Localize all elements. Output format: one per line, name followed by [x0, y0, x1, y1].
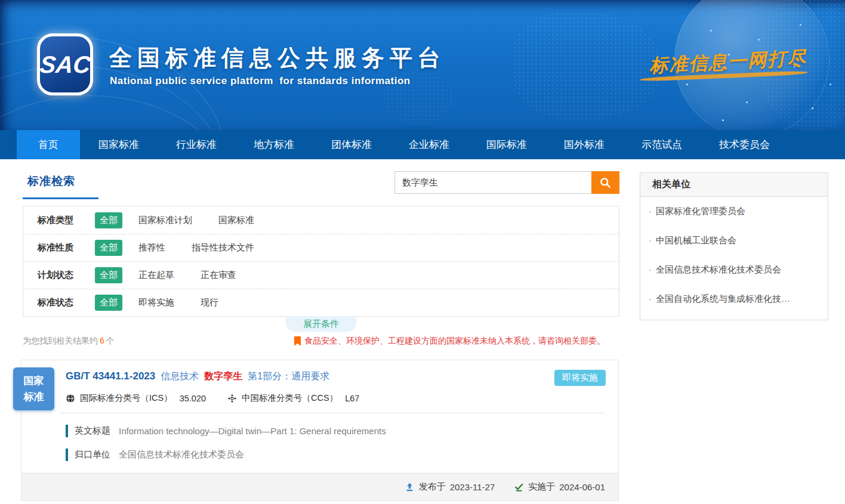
- result-count-prefix: 为您找到相关结果约: [23, 336, 98, 345]
- nav-tab-international-standards[interactable]: 国际标准: [468, 130, 545, 159]
- filter-row-plan-status: 计划状态 全部 正在起草 正在审查: [23, 261, 619, 289]
- notice-text: 食品安全、环境保护、工程建设方面的国家标准未纳入本系统，请咨询相关部委。: [304, 336, 605, 347]
- filter-all-badge[interactable]: 全部: [95, 240, 122, 256]
- sidebar-item-automation-committee[interactable]: ·全国自动化系统与集成标准化技…: [640, 285, 828, 314]
- type-badge-line2: 标准: [13, 389, 54, 405]
- filter-all-badge[interactable]: 全部: [95, 212, 122, 228]
- filter-option[interactable]: 指导性技术文件: [192, 242, 254, 253]
- sidebar-item-label: 国家标准化管理委员会: [656, 206, 745, 216]
- globe-icon: [66, 394, 75, 403]
- english-title-value: Information technology—Digital twin—Part…: [119, 426, 386, 436]
- nav-tab-group-standards[interactable]: 团体标准: [313, 130, 390, 159]
- status-badge: 即将实施: [554, 370, 606, 386]
- nav-tab-enterprise-standards[interactable]: 企业标准: [390, 130, 468, 159]
- sidebar-item-samr[interactable]: ·国家标准化管理委员会: [640, 197, 828, 226]
- filter-option[interactable]: 正在审查: [201, 270, 236, 281]
- main-nav: 首页 国家标准 行业标准 地方标准 团体标准 企业标准 国际标准 国外标准 示范…: [0, 130, 845, 159]
- result-summary-row: 为您找到相关结果约6个 食品安全、环境保护、工程建设方面的国家标准未纳入本系统，…: [23, 336, 619, 347]
- nav-tab-local-standards[interactable]: 地方标准: [235, 130, 313, 159]
- bullet: ·: [649, 235, 652, 245]
- search-input[interactable]: [394, 171, 591, 194]
- sidebar-item-it-standards-committee[interactable]: ·全国信息技术标准化技术委员会: [640, 255, 828, 285]
- classification-row: 国际标准分类号（ICS） 35.020 中国标准分类号（CCS） L67: [66, 392, 606, 404]
- bullet: ·: [649, 206, 652, 216]
- bookmark-icon: [294, 336, 301, 346]
- teal-bar-decoration: [66, 449, 68, 461]
- page-title: 标准检索: [23, 170, 98, 199]
- nav-tab-foreign-standards[interactable]: 国外标准: [545, 130, 623, 159]
- nav-tab-national-standards[interactable]: 国家标准: [80, 130, 158, 159]
- ccs-value: L67: [345, 394, 359, 403]
- dept-row: 归口单位 全国信息技术标准化技术委员会: [66, 449, 606, 461]
- dept-label: 归口单位: [75, 449, 110, 460]
- standard-title-highlight[interactable]: 数字孪生: [204, 370, 242, 383]
- implement-label: 实施于: [528, 481, 555, 493]
- filter-all-badge[interactable]: 全部: [95, 267, 122, 283]
- worldmap-dots-decoration: [513, 12, 662, 119]
- filter-panel: 标准类型 全部 国家标准计划 国家标准 标准性质 全部 推荐性 指导性技术文件 …: [23, 206, 619, 317]
- bullet: ·: [649, 293, 652, 304]
- main-content: 标准检索 标准类型 全部 国家标准计划 国家标准 标准性质 全部 推荐性 指导性…: [23, 170, 619, 501]
- bullet: ·: [649, 264, 652, 274]
- filter-option[interactable]: 推荐性: [138, 242, 165, 253]
- type-badge-line1: 国家: [13, 373, 54, 389]
- filter-option[interactable]: 现行: [201, 297, 218, 308]
- dept-value: 全国信息技术标准化技术委员会: [119, 449, 244, 460]
- standard-type-badge[interactable]: 国家 标准: [13, 367, 54, 410]
- expand-conditions-button[interactable]: 展开条件: [286, 316, 356, 332]
- search-group: [394, 171, 619, 194]
- related-units-title: 相关单位: [640, 173, 828, 197]
- nav-tab-home[interactable]: 首页: [17, 130, 80, 159]
- implement-date: 2024-06-01: [559, 482, 605, 492]
- standard-result-card: 国家 标准 即将实施 GB/T 43441.1-2023 信息技术 数字孪生 第…: [21, 360, 619, 501]
- sac-logo[interactable]: SAC: [37, 33, 93, 95]
- publish-date: 2023-11-27: [450, 482, 495, 492]
- publish-icon: [405, 482, 415, 492]
- globe-dots-decoration: [710, 30, 712, 32]
- sidebar-item-label: 中国机械工业联合会: [656, 235, 736, 245]
- sidebar-item-label: 全国信息技术标准化技术委员会: [656, 264, 781, 274]
- filter-all-badge[interactable]: 全部: [95, 295, 122, 311]
- check-icon: [514, 482, 524, 492]
- filter-label: 标准状态: [38, 297, 95, 308]
- english-title-label: 英文标题: [75, 425, 110, 437]
- standard-code[interactable]: GB/T 43441.1-2023: [66, 370, 155, 382]
- filter-label: 计划状态: [38, 270, 95, 281]
- filter-option[interactable]: 国家标准: [218, 215, 254, 226]
- standard-title-part1[interactable]: 信息技术: [161, 370, 199, 383]
- filter-row-standard-status: 标准状态 全部 即将实施 现行: [23, 289, 619, 316]
- ics-classification: 国际标准分类号（ICS） 35.020: [66, 392, 206, 404]
- ccs-classification: 中国标准分类号（CCS） L67: [227, 392, 359, 404]
- card-divider: [60, 413, 605, 413]
- publish-date-item: 发布于 2023-11-27: [405, 481, 495, 493]
- filter-option[interactable]: 正在起草: [138, 270, 174, 281]
- related-units-panel: 相关单位 ·国家标准化管理委员会 ·中国机械工业联合会 ·全国信息技术标准化技术…: [640, 172, 828, 320]
- sac-logo-text: SAC: [38, 51, 91, 78]
- result-count: 为您找到相关结果约6个: [23, 336, 115, 347]
- standard-title-link[interactable]: GB/T 43441.1-2023 信息技术 数字孪生 第1部分：通用要求: [66, 370, 606, 383]
- filter-row-standard-nature: 标准性质 全部 推荐性 指导性技术文件: [23, 234, 619, 261]
- teal-bar-decoration: [66, 425, 68, 437]
- nav-tab-pilot-demonstration[interactable]: 示范试点: [623, 130, 701, 159]
- card-main: GB/T 43441.1-2023 信息技术 数字孪生 第1部分：通用要求 国际…: [21, 360, 618, 473]
- standard-title-part2[interactable]: 第1部分：通用要求: [248, 370, 329, 383]
- search-button[interactable]: [591, 171, 619, 194]
- publish-label: 发布于: [419, 481, 446, 493]
- ics-label: 国际标准分类号（ICS）: [80, 392, 172, 404]
- site-subtitle: National public service platform for sta…: [110, 75, 411, 87]
- sidebar-item-machinery-federation[interactable]: ·中国机械工业联合会: [640, 226, 828, 255]
- implement-date-item: 实施于 2024-06-01: [514, 481, 605, 493]
- ics-value: 35.020: [180, 394, 206, 403]
- sidebar-item-label: 全国自动化系统与集成标准化技…: [656, 293, 790, 304]
- site-title: 全国标准信息公共服务平台: [109, 43, 446, 73]
- card-footer: 发布于 2023-11-27 实施于 2024-06-01: [21, 473, 618, 500]
- ccs-label: 中国标准分类号（CCS）: [242, 392, 338, 404]
- expand-conditions-wrap: 展开条件: [23, 316, 619, 332]
- filter-option[interactable]: 国家标准计划: [138, 215, 192, 226]
- nav-tab-industry-standards[interactable]: 行业标准: [158, 130, 235, 159]
- filter-label: 标准类型: [38, 215, 95, 226]
- result-count-number: 6: [98, 336, 106, 345]
- nav-tab-technical-committee[interactable]: 技术委员会: [701, 130, 788, 159]
- search-icon: [599, 177, 612, 189]
- filter-option[interactable]: 即将实施: [138, 297, 174, 308]
